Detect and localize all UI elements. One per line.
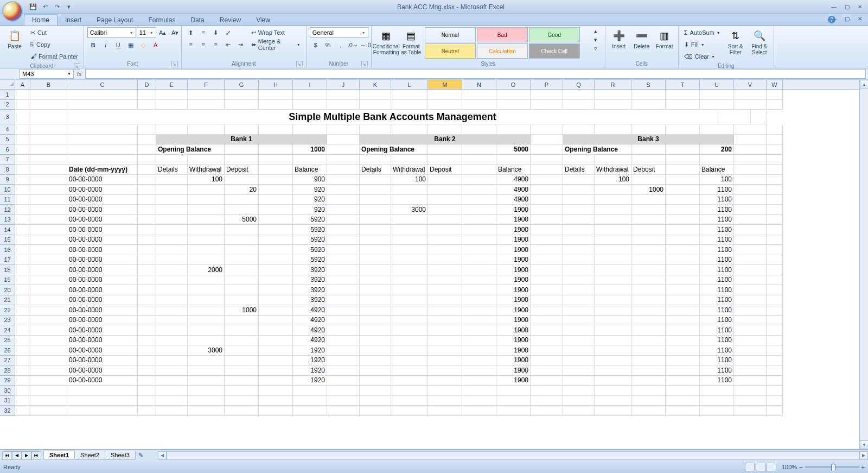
cell[interactable] [138,275,156,286]
sheet-tab[interactable]: Sheet3 [105,451,136,460]
cell[interactable] [293,90,327,100]
cell[interactable] [563,90,595,100]
cell[interactable]: 1100 [700,255,734,266]
tab-view[interactable]: View [248,15,278,26]
cell[interactable] [767,185,783,195]
row-header[interactable]: 12 [0,205,15,215]
cell[interactable] [428,376,462,386]
cell[interactable] [428,155,462,165]
cell[interactable] [563,295,595,306]
col-header-O[interactable]: O [496,80,531,89]
cell[interactable]: Date (dd-mm-yyyy) [67,165,138,175]
cell[interactable] [391,365,428,376]
cell[interactable] [225,205,259,215]
horizontal-scrollbar[interactable]: ◀ ▶ [158,451,868,460]
tab-pagelayout[interactable]: Page Layout [89,15,141,26]
sheet-prev-icon[interactable]: ◀ [12,451,22,460]
cell[interactable]: 1100 [700,316,734,326]
cell[interactable] [391,336,428,346]
cell[interactable] [156,225,188,235]
cell[interactable] [428,365,462,376]
cell[interactable] [563,195,595,205]
cell[interactable] [259,124,293,135]
cell[interactable] [327,406,360,416]
cell[interactable] [767,396,783,406]
cell[interactable] [631,124,666,135]
cell[interactable] [563,235,595,245]
cell[interactable] [462,305,496,316]
cell[interactable] [462,195,496,205]
sheet-first-icon[interactable]: ⏮ [2,451,12,460]
cell[interactable] [259,175,293,185]
cell[interactable] [15,386,30,396]
cell[interactable] [138,356,156,366]
cell[interactable] [327,396,360,406]
cell[interactable] [428,345,462,356]
cell[interactable]: Opening Balance [563,144,631,155]
decrease-indent-icon[interactable]: ⇤ [222,39,234,50]
cut-button[interactable]: ✂Cut [28,27,80,38]
cell[interactable] [15,396,30,406]
cell[interactable] [15,225,30,235]
cell[interactable] [631,336,666,346]
number-format-combo[interactable]: General▼ [310,27,368,38]
cell[interactable] [225,386,259,396]
col-header-I[interactable]: I [293,80,327,89]
cell[interactable] [138,165,156,175]
cell[interactable]: 1100 [700,356,734,366]
col-header-R[interactable]: R [595,80,631,89]
cell[interactable] [767,195,783,205]
cell[interactable] [767,144,783,155]
cell[interactable] [156,155,188,165]
cell[interactable] [259,215,293,225]
workbook-restore-button[interactable]: ▢ [841,14,853,23]
cell[interactable] [734,215,767,225]
cell[interactable] [327,195,360,205]
cell[interactable] [259,255,293,266]
cell[interactable] [30,110,67,124]
cell[interactable] [428,100,462,110]
cell[interactable]: 00-00-0000 [67,175,138,185]
cell[interactable] [188,215,225,225]
cell[interactable]: 00-00-0000 [67,265,138,275]
cell[interactable]: 00-00-0000 [67,365,138,376]
cell[interactable] [360,195,391,205]
cell[interactable] [531,205,563,215]
cell[interactable] [666,90,700,100]
cell[interactable]: Deposit [428,165,462,175]
cell[interactable] [259,316,293,326]
cell[interactable] [563,245,595,255]
merge-center-button[interactable]: ⬌Merge & Center▼ [249,39,303,50]
cell[interactable] [15,325,30,336]
cell[interactable] [666,356,700,366]
row-header[interactable]: 30 [0,386,15,396]
cell[interactable] [360,325,391,336]
cell[interactable] [15,195,30,205]
cell[interactable] [391,235,428,245]
cell[interactable] [360,185,391,195]
format-cells-button[interactable]: ▥Format [654,27,675,51]
cell[interactable] [428,275,462,286]
cell[interactable] [563,305,595,316]
cell[interactable] [700,386,734,396]
cell[interactable] [666,215,700,225]
row-header[interactable]: 21 [0,295,15,306]
cell[interactable] [30,325,67,336]
cell[interactable]: 5000 [225,215,259,225]
cell[interactable] [156,275,188,286]
cell[interactable] [15,175,30,185]
cell[interactable] [15,285,30,295]
cell[interactable] [428,195,462,205]
cell[interactable] [391,295,428,306]
cell[interactable] [188,255,225,266]
cell[interactable] [156,325,188,336]
col-header-G[interactable]: G [225,80,259,89]
cell[interactable] [751,110,767,124]
cell[interactable]: 00-00-0000 [67,336,138,346]
cell[interactable] [327,155,360,165]
cell[interactable] [595,275,631,286]
sheet-next-icon[interactable]: ▶ [22,451,31,460]
cell[interactable] [734,305,767,316]
style-checkcell[interactable]: Check Cell [529,43,580,59]
sheet-tab[interactable]: Sheet1 [43,451,75,460]
